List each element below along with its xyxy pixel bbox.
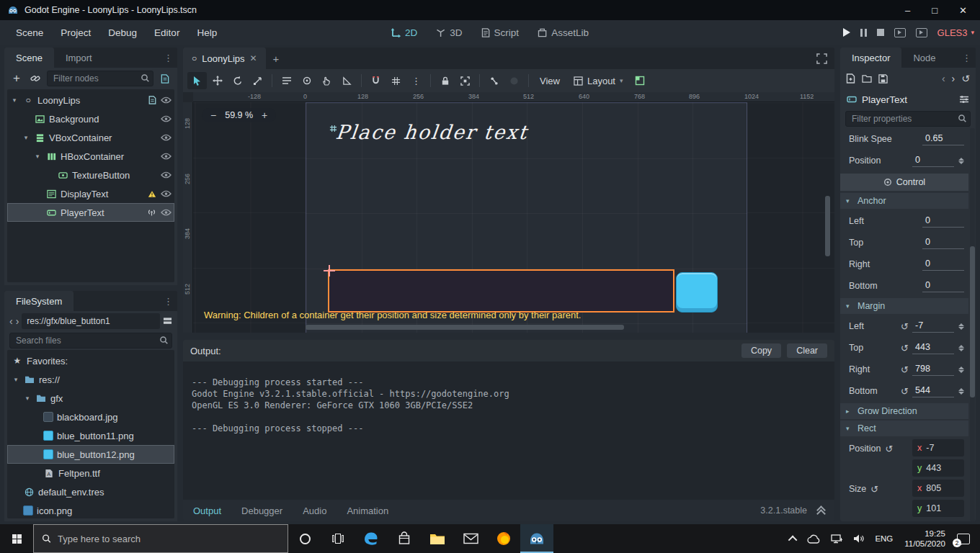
- visibility-eye-icon[interactable]: [161, 209, 172, 216]
- menu-editor[interactable]: Editor: [146, 27, 188, 38]
- scene-node-playertext[interactable]: PlayerText: [7, 203, 174, 222]
- tab-node[interactable]: Node: [901, 48, 947, 68]
- 2d-viewport[interactable]: -128 0 128 256 384 512 640 768 896 1024 …: [183, 92, 834, 333]
- filesystem-search-input[interactable]: [9, 333, 172, 349]
- file-explorer-button[interactable]: [421, 524, 454, 553]
- edge-button[interactable]: [355, 524, 388, 553]
- start-button[interactable]: [0, 524, 33, 553]
- fs-file-blackboard[interactable]: blackboard.jpg: [7, 408, 174, 426]
- scene-node-hbox[interactable]: ▾ HBoxContainer: [7, 147, 174, 166]
- panel-splitter[interactable]: [183, 333, 834, 340]
- spinner-arrows[interactable]: [958, 323, 964, 330]
- workspace-tab-2d[interactable]: 2D: [384, 24, 424, 42]
- close-icon[interactable]: ✕: [250, 53, 257, 63]
- window-minimize-button[interactable]: –: [905, 5, 910, 16]
- script-icon[interactable]: [148, 96, 156, 104]
- attach-script-button[interactable]: [158, 71, 172, 86]
- fs-folder-gfx[interactable]: ▾ gfx: [7, 389, 174, 408]
- add-node-button[interactable]: +: [9, 71, 24, 86]
- caret-position-field[interactable]: 0: [912, 154, 954, 167]
- window-close-button[interactable]: ✕: [959, 5, 967, 16]
- menu-help[interactable]: Help: [188, 27, 226, 38]
- visibility-eye-icon[interactable]: [161, 134, 172, 141]
- menu-scene[interactable]: Scene: [7, 27, 52, 38]
- dock-menu-icon[interactable]: ⋮: [159, 296, 177, 307]
- play-button[interactable]: [843, 28, 850, 37]
- edit-pivot-button[interactable]: [297, 72, 316, 89]
- skeleton-button[interactable]: [484, 72, 504, 89]
- visibility-eye-icon[interactable]: [161, 153, 172, 160]
- revert-icon[interactable]: ↺: [901, 343, 909, 353]
- taskbar-clock[interactable]: 19:25 11/05/2020: [898, 529, 952, 549]
- stop-button[interactable]: [877, 29, 884, 36]
- workspace-tab-3d[interactable]: 3D: [429, 24, 469, 42]
- margin-top-field[interactable]: 443: [912, 341, 954, 354]
- rotate-tool-button[interactable]: [228, 72, 247, 89]
- revert-icon[interactable]: ↺: [885, 444, 893, 454]
- extra-tools-icon[interactable]: [959, 95, 969, 104]
- anchor-right-field[interactable]: 0: [922, 258, 964, 271]
- fs-favorites[interactable]: ★ Favorites:: [7, 351, 174, 370]
- visibility-eye-icon[interactable]: [161, 171, 172, 179]
- onedrive-button[interactable]: [802, 524, 826, 553]
- video-driver-select[interactable]: GLES3 ▾: [937, 27, 974, 38]
- firefox-button[interactable]: [487, 524, 520, 553]
- taskbar-search[interactable]: [33, 524, 288, 553]
- pan-tool-button[interactable]: [317, 72, 337, 89]
- play-scene-button[interactable]: [894, 28, 906, 37]
- history-back-button[interactable]: ‹: [942, 73, 945, 84]
- canvas-vscrollbar[interactable]: [825, 196, 830, 256]
- history-back-button[interactable]: ‹: [9, 315, 13, 327]
- expander-icon[interactable]: ▾: [10, 96, 19, 104]
- visibility-eye-icon[interactable]: [161, 190, 172, 197]
- dock-menu-icon[interactable]: ⋮: [958, 53, 976, 63]
- list-select-tool-button[interactable]: [277, 72, 296, 89]
- history-forward-button[interactable]: ›: [16, 315, 19, 327]
- play-custom-scene-button[interactable]: [916, 28, 927, 37]
- spinner-arrows[interactable]: [958, 388, 964, 395]
- visibility-eye-icon[interactable]: [161, 96, 172, 104]
- workspace-tab-script[interactable]: Script: [474, 24, 527, 42]
- tab-scene[interactable]: Scene: [4, 48, 54, 68]
- taskbar-search-input[interactable]: [58, 534, 280, 544]
- action-center-button[interactable]: 2: [952, 524, 980, 553]
- snap-options-menu[interactable]: ⋮: [406, 72, 426, 89]
- save-resource-button[interactable]: [878, 74, 888, 84]
- margin-right-field[interactable]: 798: [912, 363, 954, 376]
- revert-icon[interactable]: ↺: [901, 322, 909, 331]
- mail-button[interactable]: [454, 524, 487, 553]
- pause-button[interactable]: [860, 29, 867, 37]
- tab-filesystem[interactable]: FileSystem: [4, 291, 74, 311]
- fs-file-icon-png[interactable]: icon.png: [7, 501, 174, 518]
- spinner-arrows[interactable]: [958, 158, 964, 164]
- scene-node-vbox[interactable]: ▾ VBoxContainer: [7, 128, 174, 147]
- lock-object-button[interactable]: [435, 72, 455, 89]
- tray-expand-button[interactable]: [785, 524, 802, 553]
- scene-node-background[interactable]: Background: [7, 109, 174, 128]
- smart-snap-button[interactable]: [366, 72, 386, 89]
- copy-button[interactable]: Copy: [741, 343, 781, 358]
- blue-button-sprite[interactable]: [676, 272, 718, 313]
- config-warning-icon[interactable]: [148, 190, 156, 198]
- scene-node-displaytext[interactable]: DisplayText: [7, 184, 174, 203]
- margin-left-field[interactable]: -7: [912, 320, 954, 333]
- clear-button[interactable]: Clear: [787, 343, 827, 358]
- instance-scene-button[interactable]: [28, 71, 43, 86]
- bottom-tab-debugger[interactable]: Debugger: [241, 505, 282, 516]
- godot-taskbar-button[interactable]: [520, 524, 553, 553]
- expander-icon[interactable]: ▾: [12, 376, 20, 383]
- revert-icon[interactable]: ↺: [901, 365, 909, 374]
- rect-position-y-field[interactable]: y 443: [912, 459, 964, 477]
- anchor-left-field[interactable]: 0: [922, 215, 964, 228]
- blink-speed-field[interactable]: 0.65: [922, 132, 964, 145]
- inspector-filter-input[interactable]: [845, 111, 971, 127]
- bottom-tab-output[interactable]: Output: [193, 505, 221, 516]
- signals-connected-icon[interactable]: [147, 208, 156, 217]
- fs-file-feltpen[interactable]: A Feltpen.ttf: [7, 464, 174, 482]
- bottom-tab-audio[interactable]: Audio: [303, 505, 326, 516]
- bottom-tab-animation[interactable]: Animation: [347, 505, 388, 516]
- rect-size-y-field[interactable]: y 101: [912, 500, 964, 517]
- rect-position-x-field[interactable]: x -7: [912, 439, 964, 457]
- margin-bottom-field[interactable]: 544: [912, 385, 954, 397]
- tab-import[interactable]: Import: [54, 48, 104, 68]
